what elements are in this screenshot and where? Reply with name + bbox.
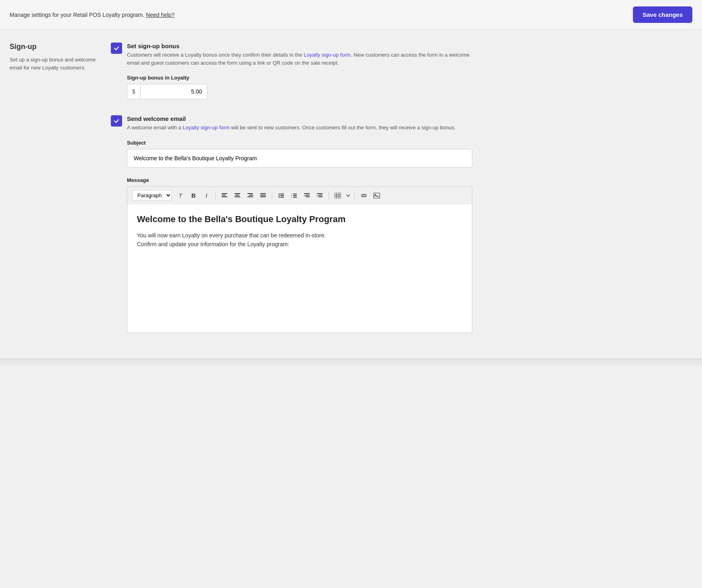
signup-bonus-desc: Customers will receive a Loyalty bonus o… xyxy=(127,51,472,67)
section-description: Set up a sign-up bonus and welcome email… xyxy=(10,56,98,71)
svg-rect-5 xyxy=(235,195,239,196)
currency-prefix: $ xyxy=(127,84,141,99)
bonus-field-container: Sign-up bonus in Loyalty $ xyxy=(127,75,472,99)
align-center-button[interactable] xyxy=(232,190,243,201)
italic-button[interactable]: I xyxy=(201,190,212,201)
editor-heading: Welcome to the Bella's Boutique Loyalty … xyxy=(137,214,462,225)
svg-rect-4 xyxy=(235,193,240,194)
svg-point-15 xyxy=(279,195,280,196)
bold-button[interactable]: B xyxy=(188,190,199,201)
svg-rect-22 xyxy=(293,195,297,196)
svg-point-13 xyxy=(279,193,280,194)
svg-rect-12 xyxy=(260,196,266,197)
svg-rect-7 xyxy=(247,193,253,194)
ol-button[interactable]: 1.2.3. xyxy=(288,190,300,201)
toolbar-divider-2 xyxy=(272,192,272,200)
email-fields-container: Subject Message Paragraph T̲ B I xyxy=(127,140,472,333)
svg-rect-1 xyxy=(222,193,227,194)
svg-rect-20 xyxy=(293,194,297,194)
bonus-field-label: Sign-up bonus in Loyalty xyxy=(127,75,472,81)
editor-body[interactable]: Welcome to the Bella's Boutique Loyalty … xyxy=(127,204,472,333)
svg-rect-29 xyxy=(318,195,322,196)
table-button[interactable] xyxy=(332,190,343,201)
svg-rect-28 xyxy=(317,193,322,194)
svg-rect-10 xyxy=(260,193,266,194)
svg-rect-16 xyxy=(280,195,284,196)
need-help-link[interactable]: Need help? xyxy=(146,12,175,18)
section-left: Sign-up Set up a sign-up bonus and welco… xyxy=(10,43,98,333)
signup-bonus-label: Set sign-up bonus xyxy=(127,43,472,49)
toolbar-divider-1 xyxy=(215,192,216,200)
svg-rect-18 xyxy=(280,197,284,198)
image-button[interactable] xyxy=(371,190,382,201)
svg-rect-24 xyxy=(293,197,297,198)
editor-toolbar: Paragraph T̲ B I xyxy=(127,186,472,204)
outdent-button[interactable] xyxy=(301,190,312,201)
table-dropdown-button[interactable] xyxy=(345,190,351,201)
svg-rect-27 xyxy=(306,196,310,197)
top-bar-description: Manage settings for your Retail POS Loya… xyxy=(10,12,175,18)
section-title: Sign-up xyxy=(10,43,98,51)
signup-bonus-row: Set sign-up bonus Customers will receive… xyxy=(111,43,472,67)
loyalty-signup-form-link-2[interactable]: Loyalty sign-up form xyxy=(183,125,230,131)
main-content: Sign-up Set up a sign-up bonus and welco… xyxy=(0,30,482,359)
svg-text:3.: 3. xyxy=(291,196,292,198)
svg-text:T̲: T̲ xyxy=(178,193,183,198)
svg-rect-31 xyxy=(335,193,341,198)
svg-rect-3 xyxy=(222,196,227,197)
ul-button[interactable] xyxy=(275,190,287,201)
align-left-button[interactable] xyxy=(219,190,230,201)
strikethrough-button[interactable]: T̲ xyxy=(175,190,186,201)
toolbar-divider-4 xyxy=(355,192,355,200)
svg-rect-9 xyxy=(247,196,253,197)
signup-section: Sign-up Set up a sign-up bonus and welco… xyxy=(10,43,472,333)
save-changes-button[interactable]: Save changes xyxy=(633,6,692,23)
svg-rect-30 xyxy=(318,196,322,197)
paragraph-select[interactable]: Paragraph xyxy=(132,190,172,201)
welcome-email-row: Send welcome email A welcome email with … xyxy=(111,115,472,132)
svg-rect-2 xyxy=(222,195,226,196)
welcome-email-desc: A welcome email with a Loyalty sign-up f… xyxy=(127,124,456,132)
link-button[interactable] xyxy=(358,190,369,201)
welcome-email-checkbox[interactable] xyxy=(111,115,122,127)
signup-bonus-checkbox[interactable] xyxy=(111,43,122,54)
bottom-bar xyxy=(0,359,702,365)
subject-label: Subject xyxy=(127,140,472,146)
bonus-amount-input[interactable] xyxy=(141,84,207,99)
justify-button[interactable] xyxy=(257,190,269,201)
welcome-email-content: Send welcome email A welcome email with … xyxy=(127,115,456,132)
signup-bonus-content: Set sign-up bonus Customers will receive… xyxy=(127,43,472,67)
svg-rect-25 xyxy=(304,193,310,194)
svg-rect-11 xyxy=(260,195,266,196)
loyalty-signup-form-link-1[interactable]: Loyalty sign-up form xyxy=(304,52,351,58)
align-right-button[interactable] xyxy=(245,190,256,201)
svg-rect-14 xyxy=(280,194,284,194)
top-bar: Manage settings for your Retail POS Loya… xyxy=(0,0,702,30)
svg-rect-6 xyxy=(235,196,240,197)
message-label: Message xyxy=(127,177,472,183)
editor-line1: You will now earn Loyalty on every purch… xyxy=(137,231,462,249)
section-right: Set sign-up bonus Customers will receive… xyxy=(111,43,472,333)
svg-rect-8 xyxy=(249,195,253,196)
svg-rect-26 xyxy=(306,195,310,196)
indent-button[interactable] xyxy=(314,190,325,201)
subject-input[interactable] xyxy=(127,149,472,167)
welcome-email-label: Send welcome email xyxy=(127,115,456,122)
toolbar-divider-3 xyxy=(329,192,329,200)
bonus-input-row: $ xyxy=(127,84,207,99)
svg-point-17 xyxy=(279,196,280,198)
